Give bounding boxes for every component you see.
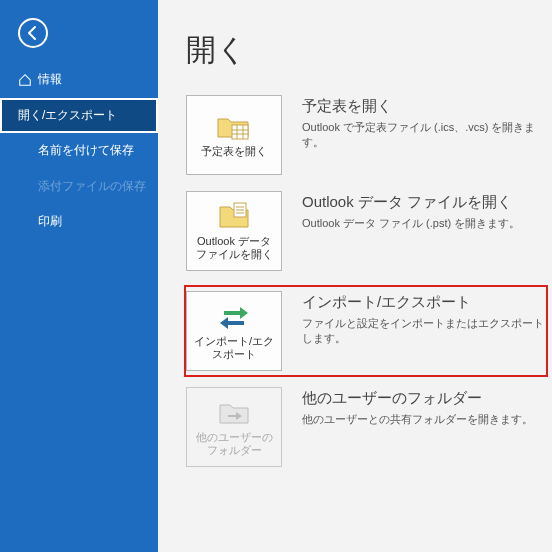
sidebar-item-save-as[interactable]: 名前を付けて保存 — [0, 133, 158, 169]
backstage-sidebar: 情報 開く/エクスポート 名前を付けて保存 添付ファイルの保存 印刷 — [0, 0, 158, 552]
option-text: 他のユーザーとの共有フォルダーを開きます。 — [302, 412, 546, 427]
option-row-other-user-folder: 他のユーザーのフォルダー 他のユーザーのフォルダー 他のユーザーとの共有フォルダ… — [186, 387, 546, 467]
import-export-icon — [216, 301, 252, 331]
option-description: インポート/エクスポート ファイルと設定をインポートまたはエクスポートします。 — [302, 291, 546, 347]
sidebar-item-label: 開く/エクスポート — [18, 108, 117, 124]
sidebar-item-label: 印刷 — [38, 214, 62, 230]
option-title: 他のユーザーのフォルダー — [302, 389, 546, 408]
svg-rect-0 — [232, 125, 248, 139]
option-row-open-data-file: Outlook データ ファイルを開く Outlook データ ファイルを開く … — [186, 191, 546, 271]
button-caption: インポート/エクスポート — [187, 335, 281, 361]
other-user-folder-button: 他のユーザーのフォルダー — [186, 387, 282, 467]
sidebar-item-open-export[interactable]: 開く/エクスポート — [0, 98, 158, 134]
option-row-import-export: インポート/エクスポート インポート/エクスポート ファイルと設定をインポートま… — [184, 285, 548, 377]
option-description: 他のユーザーのフォルダー 他のユーザーとの共有フォルダーを開きます。 — [302, 387, 546, 427]
open-data-file-button[interactable]: Outlook データ ファイルを開く — [186, 191, 282, 271]
option-description: 予定表を開く Outlook で予定表ファイル (.ics、.vcs) を開きま… — [302, 95, 546, 151]
option-row-open-calendar: 予定表を開く 予定表を開く Outlook で予定表ファイル (.ics、.vc… — [186, 95, 546, 175]
option-title: インポート/エクスポート — [302, 293, 546, 312]
calendar-folder-icon — [216, 111, 252, 141]
option-title: 予定表を開く — [302, 97, 546, 116]
option-text: Outlook で予定表ファイル (.ics、.vcs) を開きます。 — [302, 120, 546, 151]
button-caption: 他のユーザーのフォルダー — [187, 431, 281, 457]
shared-folder-icon — [216, 397, 252, 427]
arrow-left-icon — [25, 25, 41, 41]
sidebar-item-label: 添付ファイルの保存 — [38, 179, 146, 195]
sidebar-menu: 情報 開く/エクスポート 名前を付けて保存 添付ファイルの保存 印刷 — [0, 62, 158, 240]
page-title: 開く — [186, 30, 546, 71]
option-text: ファイルと設定をインポートまたはエクスポートします。 — [302, 316, 546, 347]
data-file-folder-icon — [216, 201, 252, 231]
sidebar-item-print[interactable]: 印刷 — [0, 204, 158, 240]
main-panel: 開く 予定表を開く 予定表を開く Outlook で予定表ファイル (.ics、… — [158, 0, 552, 552]
option-description: Outlook データ ファイルを開く Outlook データ ファイル (.p… — [302, 191, 546, 231]
button-caption: Outlook データ ファイルを開く — [187, 235, 281, 261]
import-export-button[interactable]: インポート/エクスポート — [186, 291, 282, 371]
button-caption: 予定表を開く — [197, 145, 271, 158]
option-text: Outlook データ ファイル (.pst) を開きます。 — [302, 216, 546, 231]
option-title: Outlook データ ファイルを開く — [302, 193, 546, 212]
open-calendar-button[interactable]: 予定表を開く — [186, 95, 282, 175]
sidebar-item-label: 情報 — [38, 72, 62, 88]
home-icon — [18, 73, 32, 87]
back-button[interactable] — [18, 18, 48, 48]
sidebar-item-label: 名前を付けて保存 — [38, 143, 134, 159]
sidebar-item-info[interactable]: 情報 — [0, 62, 158, 98]
sidebar-item-save-attachments: 添付ファイルの保存 — [0, 169, 158, 205]
